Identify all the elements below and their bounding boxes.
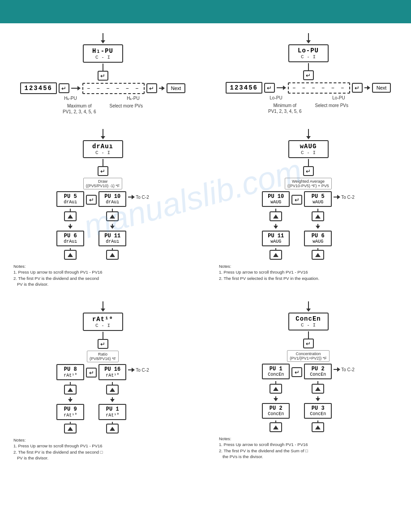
up-arrow-wavg-pv6[interactable]	[312, 250, 324, 260]
arrow-down-wavg	[306, 129, 311, 139]
wavg-pv5-box: PU 5 wAUG	[304, 191, 332, 207]
arrow-wavg-pv10	[270, 209, 282, 221]
lo-pu-diagram: Lo-PU C - I ↵ 123456 ↵ – – – – – – ↵	[219, 32, 398, 115]
arrow-down-lo	[306, 33, 311, 43]
arrow-wavg-pv6b	[312, 248, 324, 260]
next-button[interactable]: Next	[167, 83, 186, 93]
concen-diagram: ConcEn C - I ↵ Concentration (PV1/(PV1+P…	[219, 300, 398, 461]
up-arrow-concen-pv3[interactable]	[312, 422, 324, 432]
up-arrow-concen-pv2c[interactable]	[312, 384, 324, 394]
up-arrow-pv6[interactable]	[64, 250, 77, 260]
arrow-ratio-pv16	[106, 382, 119, 395]
wavg-notes: Notes: 1. Press Up arrow to scroll throu…	[219, 263, 319, 281]
hi-pu-dashed-label: H₁-PU	[118, 95, 149, 101]
hi-pu-flow-row: 123456 ↵ – – – – – – ↵ Next	[20, 82, 186, 94]
draw-display: drAuı C - I	[83, 140, 123, 158]
arrow-toc2-wavg	[334, 195, 340, 199]
hi-pu-sublabel: C - I	[88, 55, 118, 60]
arrow-concen-pv2	[274, 396, 278, 401]
enter-wavg-mid: ↵	[291, 195, 302, 205]
arrow-wavg-pv11	[274, 224, 278, 229]
wavg-diagram: wAUG C - I ↵ Weighted Average ((PV10-PV5…	[219, 128, 398, 287]
arrow-ratio-pv1b	[106, 422, 119, 433]
arrow-concen-pv2c	[312, 381, 324, 394]
enter-icon-lo2: ↵	[264, 83, 275, 93]
ratio-pv9-box: PU 9 rAt¹⁰	[56, 404, 84, 420]
arrow-pv10	[106, 209, 119, 221]
arrow-enter-lo: ↵	[303, 63, 314, 80]
ratio-display: rAt¹⁰ C - I	[83, 313, 123, 331]
concen-sublabel: C - I	[294, 322, 323, 328]
arrow-down-draw	[101, 129, 105, 139]
up-arrow-concen-pv2[interactable]	[270, 422, 282, 432]
enter-icon-lo3: ↵	[352, 83, 363, 93]
arrow-ratio-pv1	[110, 397, 115, 402]
ratio-sublabel: C - I	[88, 323, 118, 328]
arrow-pv5	[64, 209, 77, 221]
arrow-pv6b	[64, 248, 77, 260]
arrow-ratio-pv8	[64, 382, 77, 395]
ratio-title: rAt¹⁰	[88, 315, 118, 323]
ratio-formula: Ratio (PV8/PV16) *F	[87, 351, 119, 362]
draw-sublabel: C - I	[88, 150, 118, 155]
up-arrow-ratio-pv9[interactable]	[64, 424, 77, 433]
wavg-display: wAUG C - I	[288, 140, 329, 158]
concen-pv1-box: PU 1 ConcEn	[262, 364, 290, 379]
arrow-toc2-draw	[128, 195, 135, 199]
up-arrow-pv11[interactable]	[106, 250, 119, 260]
draw-pv11-box: PU 11 drAuı	[98, 231, 126, 246]
enter-icon-3: ↵	[146, 83, 157, 93]
up-arrow-pv10[interactable]	[106, 211, 119, 221]
ratio-diagram: rAt¹⁰ C - I ↵ Ratio (PV8/PV16) *F	[13, 300, 192, 461]
enter-icon-draw: ↵	[98, 166, 108, 176]
ratio-notes: Notes: 1. Press Up arrow to scroll throu…	[13, 437, 103, 461]
lo-pu-dashed: – – – – – –	[288, 82, 350, 94]
enter-icon-ratio: ↵	[98, 339, 108, 349]
lo-pu-sublabel: C - I	[294, 54, 323, 60]
concen-title: ConcEn	[294, 315, 323, 322]
arrow-enter-wavg: ↵	[303, 159, 314, 176]
hi-pu-diagram: H₁-PU C - I ↵ 123456 ↵ – – – – – – ↵	[13, 32, 192, 115]
hi-pu-caption1: Maximum of PV1, 2, 3, 4, 5, 6	[63, 103, 96, 115]
concen-toc2: To C-2	[341, 367, 354, 372]
up-arrow-wavg-pv11[interactable]	[270, 250, 282, 260]
concen-notes: Notes: 1. Press Up arrow to scroll throu…	[219, 436, 308, 459]
arrow-down-1	[101, 33, 105, 43]
lo-pu-dashed-label: Lo-PU	[323, 95, 355, 101]
hi-pu-pv-label: H₁-PU	[57, 95, 85, 101]
draw-pv5-box: PU 5 drAuı	[56, 191, 84, 207]
arrow-right-2	[159, 86, 165, 90]
arrow-right-lo	[277, 86, 286, 90]
wavg-pv6-box: PU 6 wAUG	[304, 231, 332, 246]
arrow-enter-ratio: ↵	[98, 332, 108, 349]
enter-concen-mid: ↵	[291, 367, 302, 377]
arrow-pv6	[68, 224, 73, 229]
ratio-pv1-box: PU 1 rAt¹⁰	[98, 404, 126, 420]
hi-pu-title: H₁-PU	[88, 47, 118, 55]
up-arrow-ratio-pv1[interactable]	[106, 424, 119, 433]
lo-pu-num: 123456	[226, 82, 262, 94]
up-arrow-concen-pv1[interactable]	[270, 384, 282, 394]
up-arrow-pv5[interactable]	[64, 211, 77, 221]
hi-pu-dashed: – – – – – –	[82, 83, 145, 94]
arrow-down-ratio	[101, 301, 105, 312]
hi-pu-select-more: Select more PVs	[110, 103, 143, 109]
enter-icon-concen: ↵	[303, 339, 314, 348]
arrow-pv11	[110, 224, 115, 229]
concen-formula: Concentration (PV1/(PV1+PV2)) *F	[287, 350, 329, 362]
next-button-lo[interactable]: Next	[372, 83, 391, 93]
up-arrow-wavg-pv5[interactable]	[312, 211, 324, 221]
arrow-wavg-pv11b	[270, 248, 282, 260]
lo-pu-title: Lo-PU	[294, 47, 323, 54]
ratio-pv8-box: PU 8 rAt¹⁰	[56, 364, 84, 380]
draw-pv6-box: PU 6 drAuı	[56, 231, 84, 246]
arrow-ratio-pv9	[68, 397, 73, 402]
enter-ratio-mid: ↵	[86, 368, 97, 378]
up-arrow-ratio-pv16[interactable]	[106, 385, 119, 395]
up-arrow-wavg-pv10[interactable]	[270, 211, 282, 221]
lo-pu-display: Lo-PU C - I	[288, 44, 329, 62]
lo-pu-pv-label: Lo-PU	[262, 95, 290, 101]
draw-notes: Notes: 1. Press Up arrow to scroll throu…	[13, 263, 103, 287]
arrow-down-concen	[306, 301, 311, 312]
up-arrow-ratio-pv8[interactable]	[64, 385, 77, 395]
